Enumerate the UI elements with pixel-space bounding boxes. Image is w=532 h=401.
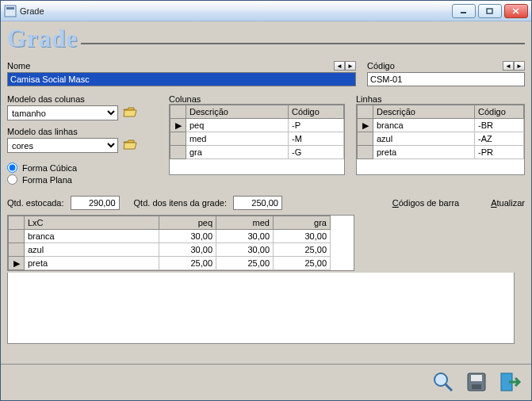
table-row: med-M — [170, 132, 344, 146]
modelo-linhas-select[interactable]: cores — [7, 138, 118, 153]
forma-plana-radio[interactable] — [7, 174, 17, 185]
table-row: azul-AZ — [358, 132, 524, 146]
search-button[interactable] — [430, 369, 457, 396]
qtd-estocada-value[interactable] — [71, 196, 120, 210]
codigo-prev-button[interactable]: ◄ — [503, 61, 514, 71]
nome-input[interactable] — [7, 72, 356, 86]
modelo-colunas-label: Modelo das colunas — [7, 94, 158, 104]
linhas-legend: Linhas — [356, 94, 381, 104]
table-row: gra-G — [170, 146, 344, 159]
codigo-input[interactable] — [367, 72, 525, 86]
colunas-legend: Colunas — [169, 94, 201, 104]
forma-plana-label: Forma Plana — [22, 175, 72, 185]
nome-label: Nome — [7, 61, 30, 71]
atualizar-link[interactable]: Atualizar — [491, 198, 525, 208]
content-area: Grade Nome ◄ ► Código ◄ — [1, 21, 531, 364]
modelo-colunas-open-button[interactable] — [121, 106, 139, 120]
linhas-header-desc: Descrição — [373, 105, 475, 119]
svg-rect-9 — [471, 375, 482, 381]
exit-icon — [498, 370, 522, 395]
forma-cubica-radio[interactable] — [7, 162, 17, 173]
modelo-colunas-select[interactable]: tamanho — [7, 105, 118, 120]
modelo-linhas-open-button[interactable] — [121, 139, 139, 153]
page-title: Grade — [7, 25, 78, 53]
qtd-itens-value[interactable] — [233, 196, 282, 210]
nome-prev-button[interactable]: ◄ — [334, 61, 345, 71]
codigo-label: Código — [367, 61, 395, 71]
footer-toolbar — [1, 364, 531, 400]
grid-whitespace — [7, 273, 515, 344]
folder-open-icon — [123, 139, 137, 153]
codigos-de-barra-link[interactable]: Códigos de barra — [392, 198, 459, 208]
svg-rect-10 — [472, 384, 481, 389]
floppy-icon — [465, 370, 488, 395]
table-row: ▶preta25,0025,0025,00 — [9, 257, 331, 270]
maingrid-corner: LxC — [25, 216, 159, 230]
titlebar: Grade — [1, 1, 531, 21]
svg-line-7 — [446, 384, 452, 391]
table-row: preta-PR — [358, 146, 524, 159]
linhas-header-cod: Código — [475, 105, 524, 119]
modelo-linhas-label: Modelo das linhas — [7, 127, 158, 136]
svg-rect-3 — [487, 9, 492, 13]
main-grid[interactable]: LxC peq med gra branca30,0030,0030,00 az… — [7, 215, 354, 271]
app-icon — [4, 5, 17, 17]
svg-rect-1 — [6, 7, 14, 10]
forma-cubica-label: Forma Cúbica — [22, 163, 77, 173]
colunas-header-cod: Código — [289, 105, 344, 119]
nome-next-button[interactable]: ► — [345, 61, 356, 71]
app-window: Grade Grade Nome ◄ ► — [0, 0, 532, 401]
linhas-grid[interactable]: Descrição Código ▶branca-BR azul-AZ pret… — [356, 104, 525, 175]
window-title: Grade — [20, 6, 44, 16]
table-row: azul30,0030,0025,00 — [9, 243, 331, 257]
qtd-estocada-label: Qtd. estocada: — [7, 198, 64, 208]
colunas-grid[interactable]: Descrição Código ▶peq-P med-M gra-G — [169, 104, 345, 175]
save-button[interactable] — [463, 369, 490, 396]
table-row: ▶peq-P — [170, 119, 344, 132]
magnifier-icon — [431, 370, 455, 395]
svg-point-6 — [434, 373, 447, 386]
codigo-next-button[interactable]: ► — [514, 61, 525, 71]
close-button[interactable] — [504, 4, 528, 18]
qtd-itens-label: Qtd. dos itens da grade: — [134, 198, 227, 208]
table-row: ▶branca-BR — [358, 119, 524, 132]
maximize-button[interactable] — [478, 4, 502, 18]
minimize-button[interactable] — [452, 4, 476, 18]
table-row: branca30,0030,0030,00 — [9, 230, 331, 243]
exit-button[interactable] — [496, 369, 523, 396]
folder-open-icon — [123, 106, 137, 120]
colunas-header-desc: Descrição — [186, 105, 289, 119]
